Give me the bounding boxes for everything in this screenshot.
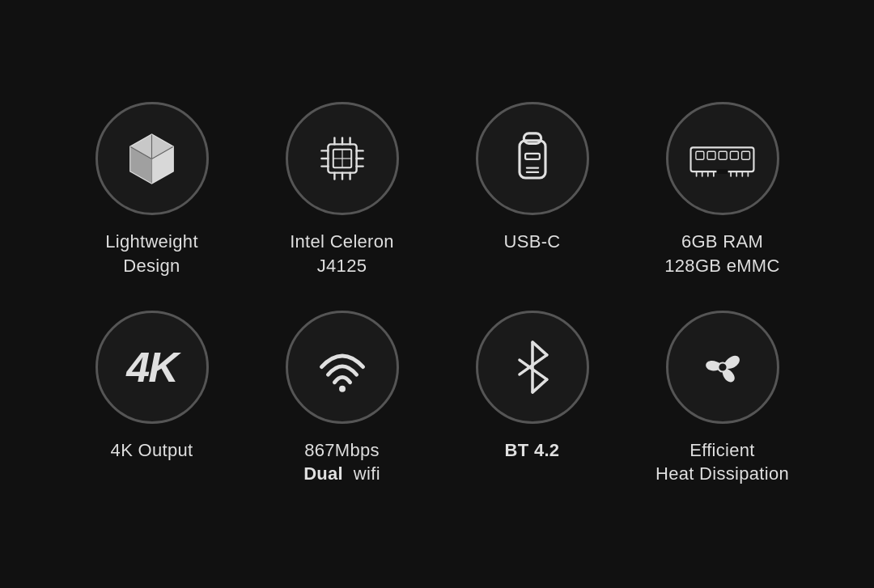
chip-icon [310,126,375,191]
fan-icon [690,335,755,400]
feature-label-intel: Intel Celeron J4125 [290,230,394,277]
svg-line-46 [532,341,547,354]
svg-rect-32 [719,151,727,159]
fourk-text: 4K [126,346,176,388]
bluetooth-icon [508,335,557,400]
icon-circle-bt [476,311,589,424]
svg-rect-31 [707,151,715,159]
icon-circle-heat [666,311,779,424]
icon-circle-wifi [286,311,399,424]
feature-label-4k: 4K Output [111,438,193,463]
icon-circle-ram [666,102,779,215]
feature-lightweight: Lightweight Design [65,102,239,277]
icon-circle-lightweight [95,102,209,215]
feature-label-usbc: USB-C [504,230,561,254]
svg-point-50 [718,362,727,371]
svg-rect-34 [742,151,750,159]
wifi-icon [310,339,375,396]
feature-heat: Efficient Heat Dissipation [635,311,809,486]
icon-circle-intel [286,102,399,215]
feature-intel: Intel Celeron J4125 [255,102,429,277]
feature-label-lightweight: Lightweight Design [105,230,198,277]
icon-circle-usbc [476,102,589,215]
feature-label-wifi: 867Mbps Dual wifi [303,438,380,486]
feature-label-ram: 6GB RAM 128GB eMMC [664,230,779,277]
feature-ram: 6GB RAM 128GB eMMC [635,102,809,277]
box-icon [121,129,182,189]
usbc-icon [508,126,557,191]
feature-usbc: USB-C [445,102,619,277]
ram-icon [688,137,757,181]
icon-circle-4k: 4K [95,311,209,424]
feature-4k: 4K 4K Output [65,311,239,486]
svg-rect-33 [730,151,738,159]
feature-label-heat: Efficient Heat Dissipation [656,438,789,486]
svg-rect-30 [696,151,704,159]
feature-bt: BT 4.2 [445,311,619,486]
svg-rect-25 [524,133,541,143]
svg-rect-35 [716,169,728,174]
svg-rect-26 [525,154,540,159]
feature-wifi: 867Mbps Dual wifi [255,311,429,486]
feature-label-bt: BT 4.2 [505,438,560,463]
svg-line-48 [532,379,547,392]
features-grid: Lightweight Design [49,86,825,502]
svg-point-44 [339,385,346,391]
